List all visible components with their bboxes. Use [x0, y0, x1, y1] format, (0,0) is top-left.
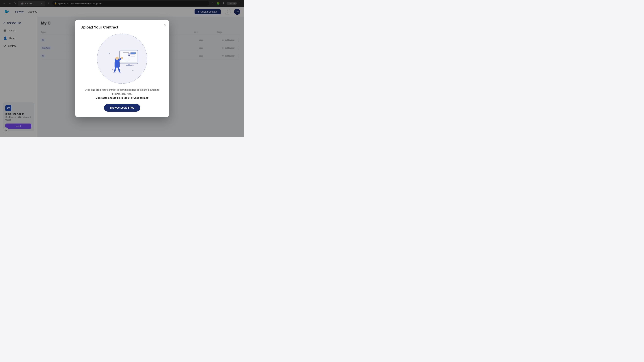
modal-desc-normal: Drag and drop your contract to start upl… [85, 88, 159, 95]
svg-rect-5 [130, 52, 136, 54]
upload-svg-illustration: + + [104, 40, 140, 77]
svg-point-22 [112, 69, 113, 70]
svg-rect-6 [130, 54, 135, 55]
svg-line-16 [114, 67, 116, 72]
upload-modal: Upload Your Contract × [75, 20, 169, 117]
svg-rect-7 [130, 56, 135, 56]
modal-title: Upload Your Contract [80, 25, 164, 29]
illustration-circle: + + [97, 33, 147, 84]
browse-local-files-button[interactable]: Browse Local Files [104, 104, 140, 112]
svg-line-17 [118, 67, 120, 72]
modal-description: Drag and drop your contract to start upl… [80, 88, 164, 100]
svg-point-12 [116, 57, 119, 60]
svg-rect-15 [114, 62, 120, 67]
svg-rect-9 [126, 65, 132, 66]
svg-point-23 [132, 65, 134, 66]
modal-desc-bold: Contracts should be in .docx or .doc for… [96, 96, 148, 99]
svg-point-14 [120, 57, 123, 59]
modal-illustration: + + [80, 33, 164, 84]
app-container: 🐦 Review Moodjoy ↑ Upload Contract ? LD … [0, 7, 244, 137]
modal-close-button[interactable]: × [164, 23, 166, 27]
svg-text:+: + [109, 52, 110, 55]
main-content: ⌂ Contract Hub ⊞ Groups 👤 Users ⚙ Settin… [0, 17, 244, 137]
modal-overlay: Upload Your Contract × [0, 17, 244, 137]
svg-text:+: + [132, 69, 134, 72]
svg-point-19 [118, 72, 121, 73]
svg-point-18 [113, 72, 116, 73]
